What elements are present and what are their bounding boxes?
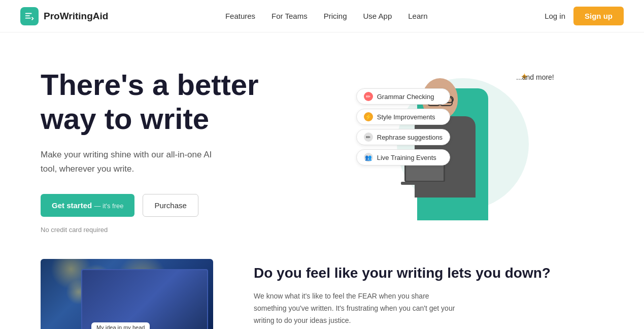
idea-label: My idea in my head [91, 322, 150, 329]
pill-live: 👥 Live Training Events [356, 149, 450, 166]
bottom-text: Do you feel like your writing lets you d… [254, 259, 603, 327]
get-started-label: Get started [52, 201, 92, 210]
nav-for-teams[interactable]: For Teams [272, 12, 308, 20]
logo-area[interactable]: ProWritingAid [20, 7, 108, 25]
pill-style-label: Style Improvements [377, 113, 435, 121]
login-button[interactable]: Log in [545, 12, 565, 20]
hero-buttons: Get started — it's free Purchase [41, 194, 322, 217]
art-overlay [81, 269, 208, 329]
navbar: ProWritingAid Features For Teams Pricing… [0, 0, 644, 32]
nav-learn[interactable]: Learn [408, 12, 427, 20]
hero-left: There's a better way to write Make your … [41, 63, 322, 234]
pill-rephrase-label: Rephrase suggestions [377, 134, 443, 141]
hero-right: ✏ Grammar Checking ⚡ Style Improvements … [322, 63, 604, 225]
live-icon: 👥 [364, 153, 373, 162]
nav-actions: Log in Sign up [545, 7, 624, 25]
no-credit-card-text: No credit card required [41, 226, 322, 234]
logo-icon [20, 7, 39, 25]
nav-pricing[interactable]: Pricing [324, 12, 347, 20]
feature-pills: ✏ Grammar Checking ⚡ Style Improvements … [356, 88, 450, 166]
svg-rect-2 [25, 17, 31, 18]
purchase-button[interactable]: Purchase [143, 194, 198, 217]
hero-section: There's a better way to write Make your … [0, 32, 644, 254]
hero-subtitle: Make your writing shine with our all-in-… [41, 148, 213, 175]
nav-links: Features For Teams Pricing Use App Learn [225, 12, 428, 20]
hero-illustration: ✏ Grammar Checking ⚡ Style Improvements … [366, 68, 559, 220]
get-started-button[interactable]: Get started — it's free [41, 194, 134, 217]
and-more-text: ...and more! [516, 73, 554, 81]
bottom-body: We know what it's like to feel the FEAR … [254, 290, 457, 326]
svg-rect-0 [25, 13, 32, 14]
rephrase-icon: ✏ [364, 133, 373, 142]
logo-text: ProWritingAid [44, 11, 108, 22]
free-label: — it's free [94, 202, 123, 210]
pill-grammar-label: Grammar Checking [377, 93, 434, 101]
pill-grammar: ✏ Grammar Checking [356, 88, 450, 105]
bottom-section: My idea in my head Do you feel like your… [0, 254, 644, 329]
signup-button[interactable]: Sign up [573, 7, 624, 25]
style-icon: ⚡ [364, 112, 373, 121]
pill-live-label: Live Training Events [377, 154, 436, 161]
pill-style: ⚡ Style Improvements [356, 109, 450, 125]
svg-rect-1 [25, 15, 30, 16]
nav-features[interactable]: Features [225, 12, 255, 20]
grammar-icon: ✏ [364, 92, 373, 101]
bottom-heading: Do you feel like your writing lets you d… [254, 264, 603, 282]
art-area: My idea in my head [41, 259, 223, 329]
hero-title: There's a better way to write [41, 68, 322, 136]
pill-rephrase: ✏ Rephrase suggestions [356, 129, 450, 145]
nav-use-app[interactable]: Use App [363, 12, 392, 20]
